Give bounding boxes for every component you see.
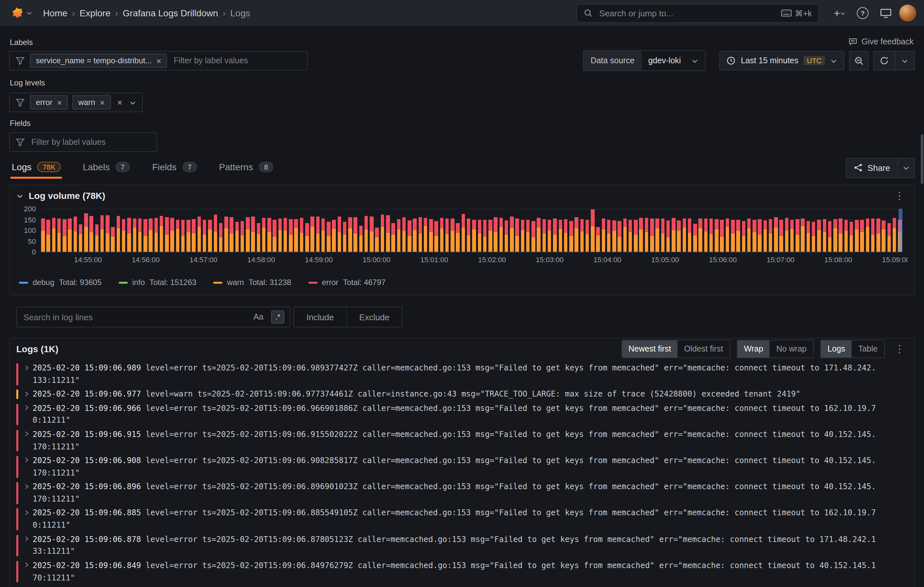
level-chip-warn[interactable]: warn× [73,95,111,109]
refresh-interval-dropdown[interactable] [895,51,914,70]
collapse-panel-icon[interactable] [16,192,23,199]
expand-row-icon[interactable] [23,455,33,479]
expand-row-icon[interactable] [23,507,33,532]
error-segment [41,218,45,231]
search-box[interactable]: ⌘+k [576,3,819,23]
sort-option-newest-first[interactable]: Newest first [622,341,678,357]
level-chip-error[interactable]: error× [30,95,68,109]
error-segment [515,218,519,236]
log-row-error[interactable]: 2025-02-20 15:09:06.915 level=error ts=2… [15,428,908,455]
fields-filter-box[interactable] [9,132,157,152]
log-row-error[interactable]: 2025-02-20 15:09:06.989 level=error ts=2… [15,362,908,388]
regex-toggle[interactable]: .* [271,311,284,324]
log-row-error[interactable]: 2025-02-20 15:09:06.908 level=error ts=2… [15,455,908,481]
error-segment [618,221,621,237]
breadcrumb-item[interactable]: Home [43,8,68,18]
news-button[interactable] [876,3,895,23]
log-row-error[interactable]: 2025-02-20 15:09:06.849 level=error ts=2… [15,559,908,585]
case-sensitivity-toggle[interactable]: Aa [251,311,266,323]
tab-fields[interactable]: Fields7 [151,157,198,179]
panel-menu-icon[interactable]: ⋮ [891,190,908,202]
expand-row-icon[interactable] [23,481,33,505]
warn-segment [639,229,643,252]
chevron-down-icon [840,10,846,16]
tab-patterns[interactable]: Patterns8 [218,157,275,179]
exclude-button[interactable]: Exclude [346,307,402,327]
sort-option-oldest-first[interactable]: Oldest first [678,341,730,357]
tab-count-badge: 7 [116,161,130,172]
log-row-error[interactable]: 2025-02-20 15:09:06.896 level=error ts=2… [15,481,908,507]
logs-panel-menu-icon[interactable]: ⋮ [891,343,908,355]
warn-segment [823,232,826,252]
wrap-option-no-wrap[interactable]: No wrap [770,341,813,357]
expand-row-icon[interactable] [23,362,33,387]
logs-panel: Logs (1K) Newest firstOldest first WrapN… [9,338,915,587]
tab-logs[interactable]: Logs78K [10,157,62,179]
line-filter-box[interactable]: Aa .* [16,306,290,327]
error-segment [214,214,217,231]
refresh-button[interactable] [874,51,895,70]
warn-segment [483,237,487,252]
expand-row-icon[interactable] [23,388,33,400]
include-button[interactable]: Include [294,307,346,327]
expand-row-icon[interactable] [23,533,33,558]
chevron-down-icon [903,164,910,171]
warn-segment [855,229,858,252]
legend-item-info[interactable]: infoTotal: 151263 [119,278,196,287]
x-axis-label: 14:55:00 [74,256,102,263]
user-avatar[interactable] [899,5,916,21]
remove-level-icon[interactable]: × [100,98,105,107]
view-option-table[interactable]: Table [851,341,884,357]
clear-levels-icon[interactable]: × [116,97,124,107]
warn-segment [203,235,206,252]
expand-row-icon[interactable] [23,428,33,453]
breadcrumb-item[interactable]: Explore [79,8,111,18]
label-values-filter-input[interactable] [172,55,301,66]
share-dropdown-button[interactable] [897,158,914,177]
zoom-out-time-button[interactable] [849,51,869,70]
share-button[interactable]: Share [847,163,897,172]
error-segment [790,220,794,229]
search-input[interactable] [598,8,776,18]
view-option-logs[interactable]: Logs [821,341,851,357]
search-log-lines-input[interactable] [22,311,246,322]
expand-row-icon[interactable] [23,559,33,584]
level-indicator-warn [16,389,18,399]
warn-segment [154,233,158,252]
expand-row-icon[interactable] [23,402,33,427]
log-row-error[interactable]: 2025-02-20 15:09:06.885 level=error ts=2… [15,507,908,533]
grafana-logo[interactable] [8,5,33,21]
wrap-option-wrap[interactable]: Wrap [738,341,770,357]
y-axis-label: 150 [16,215,36,223]
warn-segment [634,235,637,252]
time-range-picker[interactable]: Last 15 minutes UTC [719,51,845,70]
legend-item-warn[interactable]: warnTotal: 31238 [213,278,291,287]
expand-row-icon[interactable] [23,586,33,587]
datasource-picker[interactable]: Data source gdev-loki [582,50,706,71]
tab-labels[interactable]: Labels7 [81,157,131,179]
remove-level-icon[interactable]: × [57,98,62,107]
service-name-filter-chip[interactable]: service_name = tempo-distribut... × [30,53,167,68]
warn-segment [790,229,794,252]
log-levels-filter-box[interactable]: error×warn× × [9,93,142,112]
log-row-error[interactable]: 2025-02-20 15:09:06.845 level=error ts=2… [15,586,908,587]
legend-item-debug[interactable]: debugTotal: 93605 [19,278,102,287]
help-button[interactable]: ? [853,3,872,23]
tab-label: Labels [83,161,110,172]
page-scrollbar-thumb[interactable] [921,134,923,184]
add-new-button[interactable]: + [831,3,849,23]
label-filter-box[interactable]: service_name = tempo-distribut... × [9,51,308,70]
breadcrumb-item[interactable]: Grafana Logs Drilldown [122,8,218,18]
log-row-warn[interactable]: 2025-02-20 15:09:06.977 level=warn ts=20… [15,388,908,402]
warn-segment [531,237,535,252]
legend-item-error[interactable]: errorTotal: 46797 [308,278,385,287]
legend-swatch [19,281,28,283]
chevron-down-icon[interactable] [129,99,136,106]
datasource-value[interactable]: gdev-loki [642,51,705,70]
remove-filter-icon[interactable]: × [157,56,162,65]
log-row-error[interactable]: 2025-02-20 15:09:06.878 level=error ts=2… [15,533,908,559]
error-segment [887,223,891,236]
fields-filter-input[interactable] [30,137,151,147]
log-row-error[interactable]: 2025-02-20 15:09:06.966 level=error ts=2… [15,402,908,428]
give-feedback-link[interactable]: Give feedback [848,37,914,46]
